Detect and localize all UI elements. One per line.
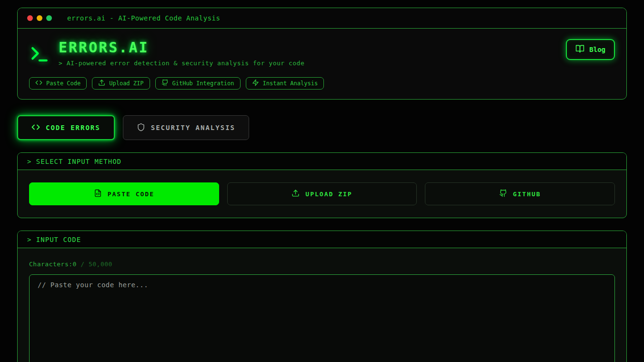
paste-code-button[interactable]: PASTE CODE xyxy=(29,182,219,205)
code-icon xyxy=(31,123,40,133)
github-button[interactable]: GITHUB xyxy=(425,182,615,205)
feature-badges: Paste Code Upload ZIP xyxy=(29,77,615,90)
tab-security-analysis[interactable]: SECURITY ANALYSIS xyxy=(123,115,249,140)
app-tagline: > AI-powered error detection & security … xyxy=(59,60,304,67)
app-header: ERRORS.AI > AI-powered error detection &… xyxy=(18,29,626,99)
badge-label: Paste Code xyxy=(46,80,80,87)
button-label: PASTE CODE xyxy=(108,191,154,198)
tab-bar: CODE ERRORS SECURITY ANALYSIS xyxy=(17,115,627,140)
input-code-panel: > INPUT CODE Characters:0 / 50,000 xyxy=(17,231,627,362)
panel-header: > INPUT CODE xyxy=(18,231,626,248)
book-icon xyxy=(575,44,584,55)
badge-label: GitHub Integration xyxy=(172,80,234,87)
brand: ERRORS.AI > AI-powered error detection &… xyxy=(29,39,304,67)
traffic-light-yellow-icon xyxy=(37,15,42,21)
char-count: Characters:0 xyxy=(29,261,77,268)
button-label: UPLOAD ZIP xyxy=(305,191,352,198)
badge-label: Upload ZIP xyxy=(109,80,143,87)
badge-paste-code: Paste Code xyxy=(29,77,87,90)
github-icon xyxy=(161,79,169,88)
upload-icon xyxy=(292,189,300,199)
traffic-light-red-icon xyxy=(27,15,33,21)
badge-label: Instant Analysis xyxy=(263,80,318,87)
traffic-light-green-icon xyxy=(46,15,52,21)
terminal-prompt-icon xyxy=(29,44,50,67)
app-window: errors.ai - AI-Powered Code Analysis ERR… xyxy=(17,8,627,100)
window-titlebar: errors.ai - AI-Powered Code Analysis xyxy=(18,8,626,29)
badge-upload-zip: Upload ZIP xyxy=(92,77,150,90)
tab-label: CODE ERRORS xyxy=(46,124,101,131)
shield-icon xyxy=(137,123,145,133)
blog-button-label: Blog xyxy=(589,46,605,53)
select-input-method-panel: > SELECT INPUT METHOD PASTE CODE xyxy=(17,152,627,218)
page: errors.ai - AI-Powered Code Analysis ERR… xyxy=(0,0,644,362)
upload-zip-button[interactable]: UPLOAD ZIP xyxy=(227,182,417,205)
char-counter: Characters:0 / 50,000 xyxy=(29,261,615,268)
panel-header: > SELECT INPUT METHOD xyxy=(18,153,626,170)
github-icon xyxy=(499,189,507,199)
tab-code-errors[interactable]: CODE ERRORS xyxy=(17,115,115,140)
blog-button[interactable]: Blog xyxy=(566,39,615,60)
input-method-options: PASTE CODE UPLOAD ZIP xyxy=(29,182,615,205)
tab-label: SECURITY ANALYSIS xyxy=(151,124,235,131)
file-code-icon xyxy=(94,189,102,199)
upload-icon xyxy=(98,79,105,88)
char-limit: / 50,000 xyxy=(80,261,112,268)
code-input-textarea[interactable] xyxy=(29,274,615,362)
app-title: ERRORS.AI xyxy=(59,39,304,56)
badge-github-integration: GitHub Integration xyxy=(155,77,241,90)
badge-instant-analysis: Instant Analysis xyxy=(246,77,324,90)
window-title: errors.ai - AI-Powered Code Analysis xyxy=(67,14,220,22)
button-label: GITHUB xyxy=(513,191,541,198)
zap-icon xyxy=(252,79,259,88)
code-icon xyxy=(35,79,42,88)
